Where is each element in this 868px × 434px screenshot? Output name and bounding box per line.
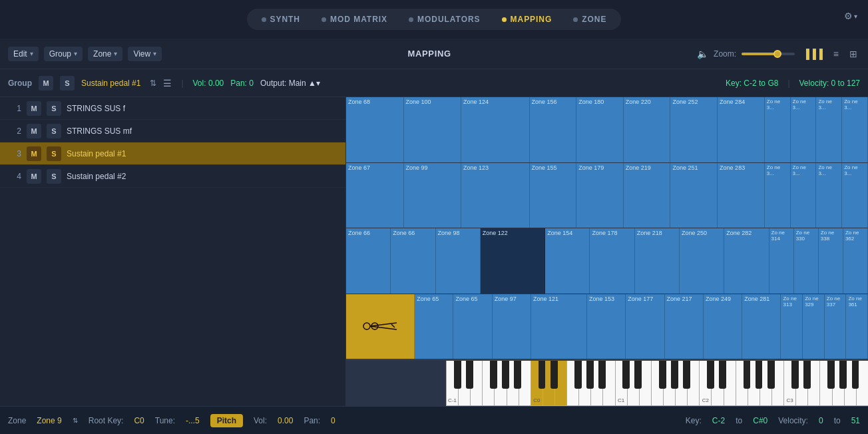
- list-item-2[interactable]: 2 M S STRINGS SUS mf: [0, 120, 345, 142]
- group-mute-button[interactable]: M: [39, 76, 53, 91]
- zone-9-gold[interactable]: [346, 294, 415, 359]
- black-key-C#0[interactable]: [539, 361, 546, 389]
- zone-65a[interactable]: Zone 65: [415, 294, 453, 359]
- black-key-G#0[interactable]: [586, 361, 594, 389]
- zone-3f[interactable]: Zo ne 3...: [791, 163, 817, 228]
- zoom-thumb[interactable]: [773, 50, 781, 58]
- zone-281[interactable]: Zone 281: [742, 294, 781, 359]
- list-item-3[interactable]: 3 M S Sustain pedal #1: [0, 142, 345, 165]
- black-key-G#-1[interactable]: [502, 361, 509, 389]
- edit-menu[interactable]: Edit ▾: [8, 47, 39, 61]
- speaker-icon[interactable]: 🔈: [697, 49, 708, 59]
- item-3-solo[interactable]: S: [47, 146, 61, 161]
- black-key-D#-1[interactable]: [466, 361, 473, 389]
- black-key-F#-1[interactable]: [490, 361, 497, 389]
- item-1-solo[interactable]: S: [47, 101, 61, 116]
- zone-283[interactable]: Zone 283: [718, 163, 765, 228]
- zone-121[interactable]: Zone 121: [531, 294, 587, 359]
- zone-67[interactable]: Zone 67: [346, 163, 404, 228]
- black-key-C#1[interactable]: [622, 361, 630, 389]
- list-item-1[interactable]: 1 M S STRINGS SUS f: [0, 97, 345, 120]
- bottom-zone-val[interactable]: Zone 9: [37, 416, 61, 425]
- zone-250[interactable]: Zone 250: [680, 228, 724, 294]
- black-key-D#2[interactable]: [719, 361, 726, 389]
- black-key-A#3[interactable]: [852, 361, 859, 389]
- zone-251[interactable]: Zone 251: [670, 163, 718, 228]
- black-key-D#3[interactable]: [803, 361, 811, 389]
- zone-330[interactable]: Zo ne 330: [794, 228, 819, 294]
- zone-179[interactable]: Zone 179: [576, 163, 624, 228]
- black-key-F#1[interactable]: [659, 361, 666, 389]
- tab-mod-matrix[interactable]: MOD MATRIX: [312, 11, 397, 27]
- zone-3h[interactable]: Zo ne 3...: [842, 163, 868, 228]
- zone-98[interactable]: Zone 98: [436, 228, 481, 294]
- zone-219[interactable]: Zone 219: [624, 163, 671, 228]
- zone-arrows[interactable]: ⇅: [73, 417, 78, 424]
- tab-zone[interactable]: ZONE: [564, 11, 616, 27]
- zone-177[interactable]: Zone 177: [626, 294, 664, 359]
- zone-362[interactable]: Zo ne 362: [843, 228, 868, 294]
- zone-282[interactable]: Zone 282: [724, 228, 769, 294]
- tab-synth[interactable]: SYNTH: [252, 11, 310, 27]
- bar-chart-icon[interactable]: ▐▐▐: [800, 47, 825, 61]
- zone-218[interactable]: Zone 218: [635, 228, 680, 294]
- zone-122[interactable]: Zone 122: [481, 228, 545, 294]
- zone-155[interactable]: Zone 155: [530, 163, 577, 228]
- black-key-G#3[interactable]: [839, 361, 847, 389]
- zone-338[interactable]: Zo ne 338: [819, 228, 843, 294]
- zone-66b[interactable]: Zone 66: [391, 228, 435, 294]
- group-arrows[interactable]: ⇅: [150, 79, 156, 88]
- zone-3c[interactable]: Zo ne 3...: [816, 97, 842, 162]
- zone-156[interactable]: Zone 156: [530, 97, 577, 162]
- zoom-slider[interactable]: [742, 53, 795, 55]
- zone-154[interactable]: Zone 154: [545, 228, 590, 294]
- black-key-A#2[interactable]: [767, 361, 775, 389]
- zone-3b[interactable]: Zo ne 3...: [791, 97, 817, 162]
- zone-3a[interactable]: Zo ne 3...: [765, 97, 791, 162]
- zone-284[interactable]: Zone 284: [718, 97, 765, 162]
- black-key-A#-1[interactable]: [514, 361, 521, 389]
- tab-mapping[interactable]: MAPPING: [493, 11, 562, 27]
- zone-3d[interactable]: Zo ne 3...: [842, 97, 868, 162]
- zone-65b[interactable]: Zone 65: [453, 294, 492, 359]
- zone-68[interactable]: Zone 68: [346, 97, 404, 162]
- tab-modulators[interactable]: MODULATORS: [399, 11, 490, 27]
- black-key-D#1[interactable]: [634, 361, 642, 389]
- zone-100[interactable]: Zone 100: [404, 97, 462, 162]
- group-list-icon[interactable]: ☰: [163, 78, 172, 89]
- item-3-mute[interactable]: M: [27, 146, 41, 161]
- item-1-mute[interactable]: M: [27, 101, 41, 116]
- zone-252[interactable]: Zone 252: [670, 97, 718, 162]
- black-key-F#2[interactable]: [744, 361, 751, 389]
- zone-337[interactable]: Zo ne 337: [825, 294, 847, 359]
- zone-220[interactable]: Zone 220: [624, 97, 671, 162]
- zone-3g[interactable]: Zo ne 3...: [816, 163, 842, 228]
- zone-329[interactable]: Zo ne 329: [803, 294, 825, 359]
- black-key-G#1[interactable]: [671, 361, 678, 389]
- item-2-solo[interactable]: S: [47, 124, 61, 138]
- list-item-4[interactable]: 4 M S Sustain pedal #2: [0, 165, 345, 188]
- black-key-D#0[interactable]: [550, 361, 558, 389]
- item-2-mute[interactable]: M: [27, 124, 41, 138]
- zone-314[interactable]: Zo ne 314: [769, 228, 794, 294]
- black-key-A#0[interactable]: [598, 361, 606, 389]
- view-menu[interactable]: View ▾: [128, 47, 162, 61]
- group-solo-button[interactable]: S: [60, 76, 75, 91]
- black-key-G#2[interactable]: [756, 361, 763, 389]
- zone-124[interactable]: Zone 124: [461, 97, 529, 162]
- zone-99[interactable]: Zone 99: [404, 163, 462, 228]
- zone-3e[interactable]: Zo ne 3...: [765, 163, 791, 228]
- gear-button[interactable]: ⚙ ▾: [844, 11, 857, 21]
- zone-249[interactable]: Zone 249: [704, 294, 742, 359]
- zone-217[interactable]: Zone 217: [665, 294, 704, 359]
- grid-view-icon[interactable]: ⊞: [847, 47, 860, 61]
- zone-178[interactable]: Zone 178: [590, 228, 634, 294]
- black-key-C#-1[interactable]: [454, 361, 461, 389]
- pitch-button[interactable]: Pitch: [210, 414, 243, 427]
- black-key-F#3[interactable]: [827, 361, 835, 389]
- zone-123[interactable]: Zone 123: [461, 163, 529, 228]
- zone-361[interactable]: Zo ne 361: [846, 294, 868, 359]
- item-4-mute[interactable]: M: [27, 169, 41, 184]
- zone-66a[interactable]: Zone 66: [346, 228, 391, 294]
- zone-313[interactable]: Zo ne 313: [781, 294, 803, 359]
